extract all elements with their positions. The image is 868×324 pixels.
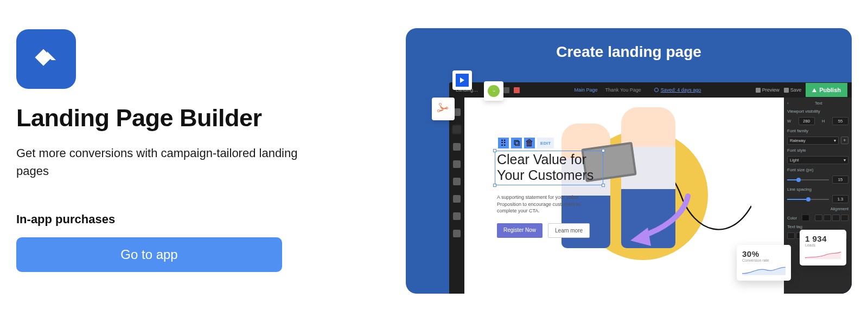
selection-toolbar: ⠿ ⧉ 🗑 EDIT <box>498 138 554 148</box>
app-description: Get more conversions with campaign-tailo… <box>16 144 320 180</box>
tab-thank-you-page[interactable]: Thank You Page <box>605 87 641 93</box>
publish-button[interactable]: Publish <box>806 83 847 97</box>
preview-button[interactable]: Preview <box>756 87 780 93</box>
width-input[interactable]: 280 <box>799 117 815 125</box>
integration-badge-activecampaign <box>452 70 472 90</box>
canvas-headline[interactable]: Clear Value for Your Customers <box>497 152 611 183</box>
alignment-group[interactable] <box>815 215 848 221</box>
app-listing-left: Landing Page Builder Get more conversion… <box>16 27 320 313</box>
font-size-slider[interactable] <box>787 178 829 182</box>
integration-badge-green: ⌣ <box>484 81 503 101</box>
rp-viewport-label: Viewport visibility <box>787 109 848 114</box>
line-spacing-slider[interactable] <box>787 197 829 202</box>
save-button[interactable]: Save <box>784 87 802 93</box>
preview-heading: Create landing page <box>406 28 852 72</box>
tool-crop-icon[interactable] <box>453 212 461 220</box>
canvas-supporting-text[interactable]: A supporting statement for your Value Pr… <box>497 194 595 215</box>
device-tablet-icon[interactable] <box>503 87 509 93</box>
sel-edit-button[interactable]: EDIT <box>537 138 554 148</box>
device-mobile-icon[interactable] <box>514 87 520 93</box>
clock-icon <box>654 88 659 92</box>
font-style-select[interactable]: Light▾ <box>787 156 848 164</box>
saved-indicator: Saved: 4 days ago <box>654 87 701 93</box>
sel-move-icon[interactable]: ⠿ <box>498 138 509 148</box>
line-spacing-input[interactable]: 1.3 <box>832 195 848 203</box>
smile-icon: ⌣ <box>488 85 500 97</box>
tool-section-icon[interactable] <box>453 195 461 203</box>
editor-window: Landing… Main Page Thank You Page Saved: <box>449 82 852 294</box>
editor-topbar: Landing… Main Page Thank You Page Saved: <box>449 82 852 98</box>
chevron-left-icon[interactable]: ‹ <box>787 101 789 106</box>
editor-canvas[interactable]: ⠿ ⧉ 🗑 EDIT Clear Value for Your Customer… <box>464 98 784 294</box>
chevron-down-icon: ▾ <box>834 138 836 143</box>
eye-icon <box>756 88 761 93</box>
chevron-right-icon <box>456 74 469 87</box>
tool-widgets-icon[interactable] <box>453 126 461 133</box>
font-family-select[interactable]: Raleway▾ <box>787 137 839 145</box>
app-title: Landing Page Builder <box>16 104 320 132</box>
tool-image-icon[interactable] <box>453 160 461 168</box>
stat-leads-value: 1 934 <box>805 234 841 243</box>
save-icon <box>784 88 789 93</box>
upload-icon <box>812 88 816 92</box>
integration-badge-hubspot <box>432 98 455 120</box>
tab-main-page[interactable]: Main Page <box>575 87 598 93</box>
tool-history-icon[interactable] <box>453 143 461 151</box>
color-swatch[interactable] <box>802 215 809 221</box>
in-app-purchases-label: In-app purchases <box>16 212 320 226</box>
tool-link-icon[interactable] <box>453 178 461 185</box>
stat-conversion-card: 30% Conversion rate <box>737 245 791 281</box>
chevron-down-icon: ▾ <box>844 158 846 163</box>
tool-code-icon[interactable] <box>453 230 461 237</box>
preview-card: Create landing page ⌣ <box>406 28 852 294</box>
hubspot-icon <box>437 103 449 115</box>
font-size-input[interactable]: 15 <box>832 176 848 184</box>
stat-conversion-label: Conversion rate <box>742 258 786 262</box>
add-font-button[interactable]: + <box>841 137 848 144</box>
sel-duplicate-icon[interactable]: ⧉ <box>511 138 522 148</box>
editor-left-toolbar <box>449 98 464 294</box>
go-to-app-button[interactable]: Go to app <box>16 237 282 272</box>
sparkline-icon <box>742 264 786 276</box>
app-icon <box>16 29 76 89</box>
stat-leads-label: Leads <box>805 243 841 247</box>
stat-leads-card: 1 934 Leads <box>800 230 846 265</box>
canvas-cta-secondary[interactable]: Learn more <box>548 223 590 238</box>
height-input[interactable]: 55 <box>832 117 848 125</box>
sparkline-icon <box>805 249 841 261</box>
sel-delete-icon[interactable]: 🗑 <box>524 138 535 148</box>
stat-conversion-value: 30% <box>742 249 786 258</box>
canvas-cta-primary[interactable]: Register Now <box>497 223 542 238</box>
